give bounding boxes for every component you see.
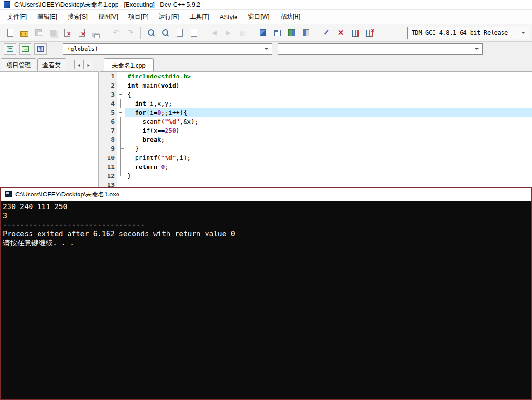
- console-output[interactable]: 230 240 111 2503------------------------…: [1, 201, 531, 399]
- menu-item[interactable]: 工具[T]: [184, 10, 214, 23]
- toolbar-separator: [140, 27, 141, 39]
- rebuild-button[interactable]: [299, 26, 313, 39]
- back-button[interactable]: [207, 26, 221, 39]
- goto-declaration-button[interactable]: [4, 43, 16, 55]
- sidebar-tab[interactable]: 查看类: [37, 58, 66, 72]
- menu-item[interactable]: AStyle: [215, 11, 243, 23]
- menu-bar: 文件[F]编辑[E]搜索[S]视图[V]项目[P]运行[R]工具[T]AStyl…: [0, 10, 532, 24]
- close-all-button[interactable]: [75, 26, 88, 39]
- code-line: 12}: [100, 171, 532, 180]
- fold-line-end: [120, 176, 124, 176]
- code-token: void: [161, 82, 176, 89]
- code-text[interactable]: break;: [125, 135, 532, 144]
- fold-margin: [117, 99, 125, 108]
- goto-bookmark-button[interactable]: [236, 26, 249, 39]
- fold-toggle[interactable]: −: [117, 90, 125, 99]
- code-text[interactable]: if(x==250): [125, 126, 532, 135]
- search-icon: [147, 29, 155, 37]
- compiler-select[interactable]: TDM-GCC 4.8.1 64-bit Release: [407, 27, 529, 39]
- run-button[interactable]: [271, 26, 284, 39]
- find-in-files-button[interactable]: [158, 26, 172, 39]
- new-file-button[interactable]: [3, 26, 17, 39]
- fold-margin: [117, 153, 125, 162]
- compile-run-button[interactable]: [285, 26, 298, 39]
- undo-button[interactable]: [109, 26, 123, 39]
- abort-button[interactable]: [334, 26, 347, 39]
- code-token: ): [176, 82, 180, 89]
- redo-button[interactable]: [124, 26, 137, 39]
- code-text[interactable]: int i,x,y;: [125, 99, 532, 108]
- console-app-icon: [5, 191, 12, 197]
- console-text-line: 请按任意键继续. . .: [3, 239, 529, 248]
- chart-icon: [352, 30, 359, 37]
- minimize-button[interactable]: —: [503, 188, 518, 201]
- code-token: ,&x);: [180, 118, 198, 125]
- fold-line-end: [120, 148, 124, 149]
- code-token: "%d": [161, 154, 176, 161]
- printer-icon: [92, 33, 99, 37]
- forward-button[interactable]: [222, 26, 235, 39]
- class-browser-bar: (globals): [0, 42, 532, 56]
- goto-line-icon: [191, 29, 197, 37]
- bookmark-icon: [238, 29, 247, 37]
- menu-item[interactable]: 编辑[E]: [32, 10, 62, 23]
- sidebar-tab[interactable]: 项目管理: [1, 58, 36, 72]
- profile-delete-button[interactable]: [363, 26, 376, 39]
- goto-line-button[interactable]: [187, 26, 200, 39]
- close-button[interactable]: [60, 26, 74, 39]
- tab-scroll-left-button[interactable]: ◂: [74, 60, 84, 69]
- save-button[interactable]: [32, 26, 45, 39]
- globals-select[interactable]: (globals): [63, 43, 272, 55]
- menu-item[interactable]: 搜索[S]: [62, 10, 93, 23]
- code-text[interactable]: #include<stdio.h>: [125, 72, 532, 81]
- menu-item[interactable]: 视图[V]: [93, 10, 123, 23]
- line-number: 8: [100, 135, 117, 144]
- menu-item[interactable]: 帮助[H]: [275, 10, 306, 23]
- code-line: 10 printf("%d",i);: [100, 153, 532, 162]
- code-token: {: [128, 91, 131, 98]
- fold-margin: [117, 117, 125, 126]
- editor-tab[interactable]: 未命名1.cpp: [104, 58, 154, 73]
- window-go-icon: [22, 46, 29, 52]
- profile-button[interactable]: [348, 26, 362, 39]
- line-number: 10: [100, 153, 117, 162]
- members-select[interactable]: [278, 43, 483, 55]
- compile-button[interactable]: [256, 26, 270, 39]
- code-text[interactable]: {: [125, 90, 532, 99]
- code-text[interactable]: }: [125, 171, 532, 180]
- code-token: int: [135, 100, 146, 107]
- code-text[interactable]: for(i=0;;i++){: [125, 108, 532, 117]
- class-browser-button[interactable]: [34, 43, 47, 55]
- print-button[interactable]: [89, 26, 102, 39]
- code-text[interactable]: }: [125, 144, 532, 153]
- app-icon: [4, 1, 10, 8]
- menu-item[interactable]: 项目[P]: [123, 10, 154, 23]
- syntax-check-button[interactable]: [320, 26, 333, 39]
- replace-button[interactable]: [173, 26, 186, 39]
- code-area: 1#include<stdio.h>2int main(void)3−{4 in…: [100, 72, 532, 189]
- code-text[interactable]: int main(void): [125, 81, 532, 90]
- code-text[interactable]: return 0;: [125, 162, 532, 171]
- toolbar-separator: [204, 27, 204, 39]
- fold-line: [120, 135, 121, 144]
- goto-definition-button[interactable]: [19, 43, 31, 55]
- close-all-icon: [79, 29, 85, 37]
- menu-item[interactable]: 运行[R]: [154, 10, 185, 23]
- code-token: ;;i++){: [161, 109, 187, 116]
- save-all-button[interactable]: [46, 26, 59, 39]
- menu-item[interactable]: 文件[F]: [2, 10, 32, 23]
- redo-icon: [126, 29, 135, 37]
- line-number: 12: [100, 171, 117, 180]
- menu-item[interactable]: 窗口[W]: [243, 10, 275, 23]
- find-button[interactable]: [144, 26, 158, 39]
- fold-toggle[interactable]: −: [117, 108, 125, 117]
- code-line: 3−{: [100, 90, 532, 99]
- code-text[interactable]: printf("%d",i);: [125, 153, 532, 162]
- tab-scroll-right-button[interactable]: ▸: [84, 60, 93, 69]
- code-token: [128, 127, 142, 134]
- open-button[interactable]: [18, 26, 31, 39]
- line-number: 11: [100, 162, 117, 171]
- code-text[interactable]: scanf("%d",&x);: [125, 117, 532, 126]
- line-number: 7: [100, 126, 117, 135]
- code-token: }: [128, 145, 138, 152]
